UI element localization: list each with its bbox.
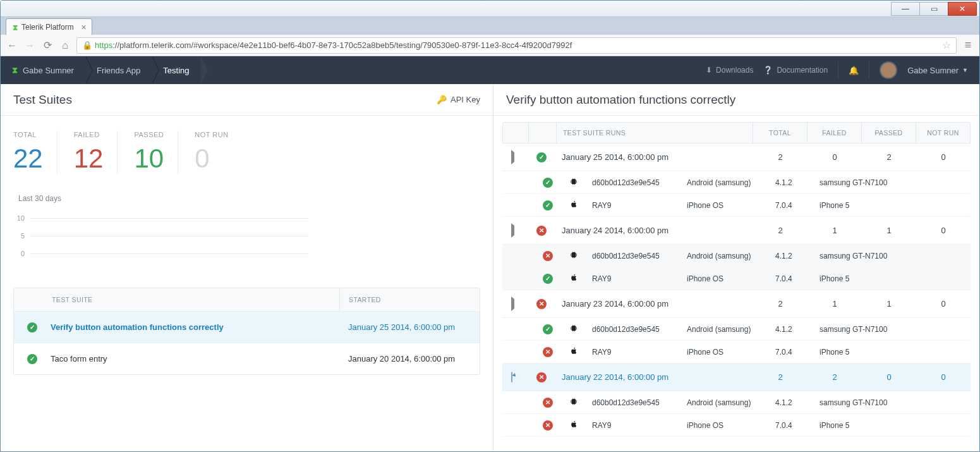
run-total: 2 — [753, 152, 808, 162]
col-suite: TEST SUITE — [51, 296, 339, 303]
breadcrumb-user[interactable]: ⧗ Gabe Sumner — [1, 56, 85, 84]
run-passed: 0 — [862, 372, 916, 382]
run-passed: 1 — [862, 226, 916, 235]
device-row[interactable]: ✓ RAY9 iPhone OS 7.0.4 iPhone 5 — [502, 267, 971, 290]
app-nav: ⧗ Gabe Sumner Friends App Testing ⬇ Down… — [1, 56, 979, 84]
expander-icon[interactable] — [511, 372, 512, 382]
run-row[interactable]: ✓ January 25 2014, 6:00:00 pm 2 0 2 0 — [502, 144, 971, 171]
device-os: iPhone OS — [687, 274, 763, 283]
device-row[interactable]: ✓ d60b0d12d3e9e545 Android (samsung) 4.1… — [502, 171, 971, 194]
pass-icon: ✓ — [543, 200, 553, 211]
run-notrun: 0 — [916, 226, 971, 235]
fail-icon: ✕ — [543, 347, 553, 357]
breadcrumb-user-label: Gabe Sumner — [23, 66, 74, 75]
device-version: 4.1.2 — [775, 178, 807, 187]
device-model: samsung GT-N7100 — [820, 252, 887, 260]
device-id: d60b0d12d3e9e545 — [592, 178, 674, 187]
os-minimize-button[interactable]: — — [891, 2, 920, 16]
nav-home-icon[interactable]: ⌂ — [59, 40, 71, 51]
os-close-button[interactable]: ✕ — [948, 2, 977, 16]
breadcrumb-app[interactable]: Friends App — [85, 56, 152, 84]
col-started: STARTED — [339, 288, 480, 311]
device-id: d60b0d12d3e9e545 — [592, 325, 674, 334]
y-tick: 10 — [13, 214, 25, 222]
device-row[interactable]: ✓ RAY9 iPhone OS 7.0.4 iPhone 5 — [502, 194, 971, 217]
browser-tab-strip: ⧗ Telerik Platform × — [1, 17, 979, 35]
device-row[interactable]: ✕ d60b0d12d3e9e545 Android (samsung) 4.1… — [502, 391, 971, 414]
pass-icon: ✓ — [543, 324, 553, 334]
suite-started: January 20 2014, 6:00:00 pm — [339, 354, 480, 363]
stat-total-label: TOTAL — [13, 131, 43, 138]
nav-separator — [838, 61, 838, 79]
device-version: 7.0.4 — [775, 201, 807, 210]
suite-row[interactable]: ✓ Taco form entry January 20 2014, 6:00:… — [14, 343, 480, 374]
nav-back-icon[interactable]: ← — [6, 40, 18, 51]
browser-menu-icon[interactable]: ≡ — [962, 39, 974, 52]
device-row[interactable]: ✕ d60b0d12d3e9e545 Android (samsung) 4.1… — [502, 245, 971, 267]
device-model: samsung GT-N7100 — [820, 398, 887, 407]
device-os: iPhone OS — [687, 421, 763, 430]
run-row[interactable]: ✕ January 22 2014, 6:00:00 pm 2 2 0 0 — [502, 363, 971, 391]
url-path: ://platform.telerik.com/#workspace/4e2e1… — [112, 40, 572, 50]
run-row[interactable]: ✕ January 23 2014, 6:00:00 pm 2 1 1 0 — [502, 290, 971, 318]
nav-downloads[interactable]: ⬇ Downloads — [706, 66, 753, 75]
col-passed: PASSED — [861, 123, 916, 143]
run-row[interactable]: ✕ January 24 2014, 6:00:00 pm 2 1 1 0 — [502, 217, 971, 245]
avatar[interactable] — [880, 61, 897, 79]
browser-toolbar: ← → ⟳ ⌂ 🔒 https://platform.telerik.com/#… — [1, 35, 979, 56]
apple-icon — [568, 273, 579, 284]
left-pane: Test Suites 🔑 API Key TOTAL 22 FAILED 12… — [1, 84, 493, 452]
run-notrun: 0 — [916, 372, 971, 382]
bookmark-star-icon[interactable]: ☆ — [942, 39, 951, 51]
col-failed: FAILED — [807, 123, 861, 143]
device-row[interactable]: ✕ RAY9 iPhone OS 7.0.4 iPhone 5 — [502, 414, 971, 437]
y-tick: 5 — [13, 232, 25, 240]
nav-reload-icon[interactable]: ⟳ — [41, 39, 54, 51]
fail-icon: ✕ — [536, 299, 547, 309]
api-key-label: API Key — [451, 95, 480, 104]
device-os: Android (samsung) — [687, 178, 763, 187]
device-row[interactable]: ✓ d60b0d12d3e9e545 Android (samsung) 4.1… — [502, 318, 971, 341]
tab-close-icon[interactable]: × — [82, 22, 87, 32]
stat-total-value: 22 — [13, 144, 43, 174]
chart-title: Last 30 days — [18, 194, 480, 203]
android-icon — [568, 177, 579, 188]
profile-menu[interactable]: Gabe Sumner ▼ — [907, 66, 968, 75]
url-input[interactable]: 🔒 https://platform.telerik.com/#workspac… — [76, 37, 957, 54]
nav-downloads-label: Downloads — [716, 66, 753, 75]
android-icon — [568, 397, 579, 408]
os-titlebar: — ▭ ✕ — [1, 1, 979, 17]
device-id: RAY9 — [592, 201, 674, 210]
stat-notrun-label: NOT RUN — [195, 131, 228, 138]
expander-icon[interactable] — [511, 150, 514, 164]
run-label: January 25 2014, 6:00:00 pm — [555, 152, 753, 162]
pass-icon: ✓ — [27, 322, 37, 333]
device-row[interactable]: ✕ RAY9 iPhone OS 7.0.4 iPhone 5 — [502, 341, 971, 363]
device-id: RAY9 — [592, 348, 674, 357]
profile-name: Gabe Sumner — [907, 66, 959, 75]
device-model: samsung GT-N7100 — [820, 325, 887, 334]
nav-documentation[interactable]: ❔ Documentation — [763, 66, 828, 75]
run-notrun: 0 — [916, 152, 971, 162]
breadcrumb-section[interactable]: Testing — [152, 56, 200, 84]
run-failed: 0 — [808, 152, 862, 162]
breadcrumb-section-label: Testing — [163, 66, 189, 75]
expander-icon[interactable] — [511, 223, 514, 238]
expander-icon[interactable] — [511, 296, 514, 311]
browser-tab[interactable]: ⧗ Telerik Platform × — [6, 18, 92, 35]
device-model: samsung GT-N7100 — [820, 178, 887, 187]
bell-icon[interactable]: 🔔 — [849, 66, 859, 75]
run-total: 2 — [753, 372, 808, 382]
nav-forward-icon[interactable]: → — [23, 40, 36, 51]
chevron-down-icon: ▼ — [962, 67, 968, 73]
os-maximize-button[interactable]: ▭ — [919, 2, 948, 16]
suite-row[interactable]: ✓ Verify button automation functions cor… — [14, 311, 480, 343]
stat-failed-label: FAILED — [74, 131, 104, 138]
api-key-button[interactable]: 🔑 API Key — [437, 95, 480, 104]
run-failed: 2 — [808, 372, 862, 382]
runs-head: TEST SUITE RUNS TOTAL FAILED PASSED NOT … — [502, 122, 971, 144]
run-label: January 22 2014, 6:00:00 pm — [555, 372, 753, 382]
page-title: Test Suites — [13, 93, 72, 107]
col-notrun: NOT RUN — [916, 123, 970, 143]
fail-icon: ✕ — [543, 398, 553, 408]
